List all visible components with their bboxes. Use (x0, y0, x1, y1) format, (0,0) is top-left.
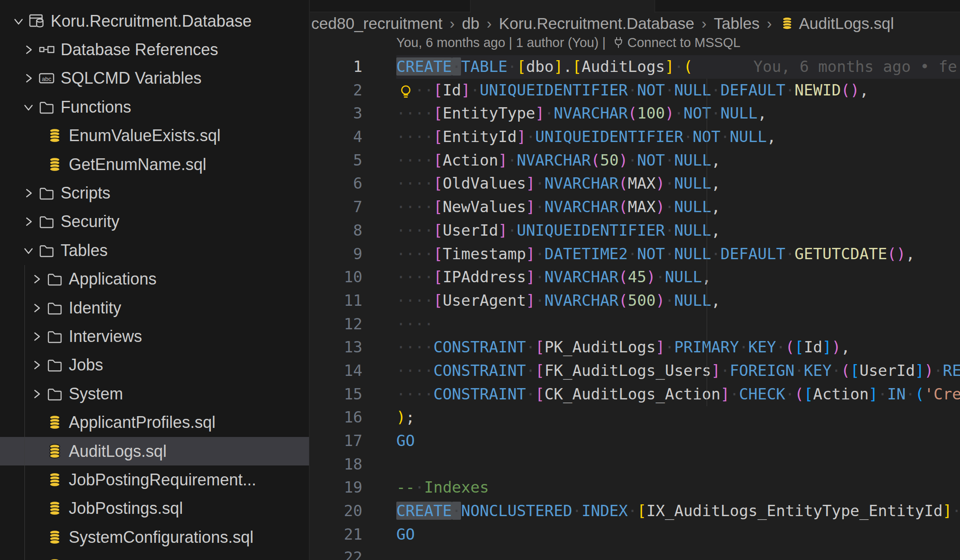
code-line-14[interactable]: 14····CONSTRAINT·[FK_AuditLogs_Users]·FO… (310, 359, 960, 383)
line-content: ····[IPAddress]·NVARCHAR(45)·NULL, (396, 266, 960, 289)
tree-item-partial[interactable] (0, 551, 309, 560)
chevron-down-icon[interactable] (23, 245, 34, 256)
folder-icon (47, 386, 63, 402)
code-line-18[interactable]: 18 (310, 453, 960, 476)
tree-item-tables[interactable]: Tables (0, 236, 309, 265)
explorer-sidebar: Koru.Recruitment.Database Database Refer… (0, 0, 309, 560)
code-line-8[interactable]: 8····[UserId]·UNIQUEIDENTIFIER·NULL, (310, 219, 960, 242)
tree-item-jobpostings-sql[interactable]: JobPostings.sql (0, 494, 309, 523)
tree-item-security[interactable]: Security (0, 208, 309, 236)
lightbulb-icon[interactable] (398, 83, 413, 98)
code-line-5[interactable]: 5····[Action]·NVARCHAR(50)·NOT·NULL, (310, 149, 960, 172)
code-line-20[interactable]: 20CREATE·NONCLUSTERED·INDEX·[IX_AuditLog… (310, 499, 960, 523)
code-token: GO (396, 525, 415, 543)
tree-item-label: Applications (69, 270, 157, 289)
tree-item-label: ApplicantProfiles.sql (69, 413, 215, 432)
code-line-22[interactable]: 22 (310, 546, 960, 560)
breadcrumb-item[interactable]: ced80_recruitment (311, 14, 442, 33)
code-token: ] (822, 338, 832, 356)
code-line-4[interactable]: 4····[EntityId]·UNIQUEIDENTIFIER·NOT·NUL… (310, 125, 960, 149)
whitespace-dots: · (674, 104, 683, 122)
code-line-2[interactable]: 2 ··[Id]·UNIQUEIDENTIFIER·NOT·NULL·DEFAU… (310, 79, 960, 102)
tree-item-system[interactable]: System (0, 380, 309, 408)
tree-item-sqlcmd-variables[interactable]: abcSQLCMD Variables (0, 64, 309, 93)
line-number: 12 (310, 313, 396, 336)
code-token: ] (526, 174, 535, 192)
tree-item-jobpostingrequirement-[interactable]: JobPostingRequirement... (0, 465, 309, 494)
active-tab[interactable] (470, 0, 655, 13)
code-token: GO (396, 432, 415, 450)
breadcrumb-file[interactable]: AuditLogs.sql (799, 14, 894, 33)
chevron-right-icon[interactable] (31, 388, 43, 400)
tree-item-applicantprofiles-sql[interactable]: ApplicantProfiles.sql (0, 408, 309, 437)
whitespace-dots: ···· (396, 174, 433, 192)
code-line-9[interactable]: 9····[Timestamp]·DATETIME2·NOT·NULL·DEFA… (310, 242, 960, 266)
code-token: 500 (628, 291, 656, 309)
chevron-right-icon[interactable] (31, 273, 43, 285)
plug-icon (612, 36, 625, 49)
code-token: ) (665, 104, 674, 122)
tree-item-koru-recruitment-database[interactable]: Koru.Recruitment.Database (0, 7, 309, 35)
code-token: IN (887, 385, 906, 403)
code-line-10[interactable]: 10····[IPAddress]·NVARCHAR(45)·NULL, (310, 266, 960, 289)
tree-item-functions[interactable]: Functions (0, 93, 309, 121)
code-token: NVARCHAR (545, 291, 619, 309)
code-line-13[interactable]: 13····CONSTRAINT·[PK_AuditLogs]·PRIMARY·… (310, 336, 960, 359)
tree-item-scripts[interactable]: Scripts (0, 179, 309, 207)
chevron-right-icon[interactable] (23, 72, 34, 84)
code-line-15[interactable]: 15····CONSTRAINT·[CK_AuditLogs_Action]·C… (310, 383, 960, 406)
code-line-7[interactable]: 7····[NewValues]·NVARCHAR(MAX)·NULL, (310, 195, 960, 219)
tree-item-applications[interactable]: Applications (0, 265, 309, 294)
line-content: ····[NewValues]·NVARCHAR(MAX)·NULL, (396, 195, 960, 219)
chevron-right-icon[interactable] (31, 359, 43, 371)
code-line-21[interactable]: 21GO (310, 523, 960, 546)
code-token: ( (887, 245, 896, 263)
code-token: EntityId (442, 128, 517, 146)
line-content: CREATE·TABLE·[dbo].[AuditLogs]·(You, 6 m… (396, 55, 960, 79)
breadcrumb-item[interactable]: Tables (714, 14, 760, 33)
tree-item-jobs[interactable]: Jobs (0, 351, 309, 380)
code-token: [ (572, 57, 581, 76)
code-token: KEY (748, 338, 776, 356)
tree-item-interviews[interactable]: Interviews (0, 322, 309, 351)
tree-item-identity[interactable]: Identity (0, 294, 309, 322)
code-token: 50 (600, 151, 618, 169)
codelens-connect-mssql[interactable]: Connect to MSSQL (627, 35, 741, 50)
tree-item-enumvalueexists-sql[interactable]: EnumValueExists.sql (0, 122, 309, 150)
chevron-down-icon[interactable] (23, 101, 34, 113)
code-token: , (711, 291, 720, 309)
breadcrumb-item[interactable]: db (462, 14, 480, 33)
code-token: DEFAULT (721, 81, 785, 99)
code-line-17[interactable]: 17GO (310, 429, 960, 453)
chevron-right-icon[interactable] (23, 44, 34, 56)
code-line-6[interactable]: 6····[OldValues]·NVARCHAR(MAX)·NULL, (310, 172, 960, 195)
chevron-right-icon[interactable] (23, 187, 34, 199)
code-token: , (711, 221, 720, 239)
whitespace-dots: · (665, 291, 674, 309)
code-line-3[interactable]: 3····[EntityType]·NVARCHAR(100)·NOT·NULL… (310, 102, 960, 125)
breadcrumb-item[interactable]: Koru.Recruitment.Database (499, 14, 694, 33)
code-line-12[interactable]: 12···· (310, 313, 960, 336)
code-line-1[interactable]: 1CREATE·TABLE·[dbo].[AuditLogs]·(You, 6 … (310, 55, 960, 79)
chevron-right-icon[interactable] (31, 331, 43, 342)
chevron-right-icon[interactable] (23, 216, 34, 228)
code-line-19[interactable]: 19--·Indexes (310, 476, 960, 499)
whitespace-dots: · (933, 361, 942, 380)
breadcrumb-separator: › (487, 15, 492, 32)
line-content (396, 546, 960, 560)
chevron-right-icon[interactable] (31, 302, 43, 314)
codelens-blame[interactable]: You, 6 months ago | 1 author (You) | (396, 35, 606, 50)
line-number: 1 (310, 55, 396, 79)
code-line-16[interactable]: 16); (310, 406, 960, 429)
code-area[interactable]: 1CREATE·TABLE·[dbo].[AuditLogs]·(You, 6 … (310, 55, 960, 560)
tree-item-database-references[interactable]: Database References (0, 35, 309, 64)
code-token: [ (535, 385, 544, 403)
tree-item-auditlogs-sql[interactable]: AuditLogs.sql (0, 437, 309, 465)
code-line-11[interactable]: 11····[UserAgent]·NVARCHAR(500)·NULL, (310, 289, 960, 313)
tree-item-getenumname-sql[interactable]: GetEnumName.sql (0, 150, 309, 179)
chevron-down-icon[interactable] (13, 15, 24, 27)
line-number: 21 (310, 523, 396, 546)
whitespace-dots: · (452, 502, 461, 520)
tree-item-systemconfigurations-sql[interactable]: SystemConfigurations.sql (0, 523, 309, 551)
whitespace-dots: · (572, 502, 581, 520)
